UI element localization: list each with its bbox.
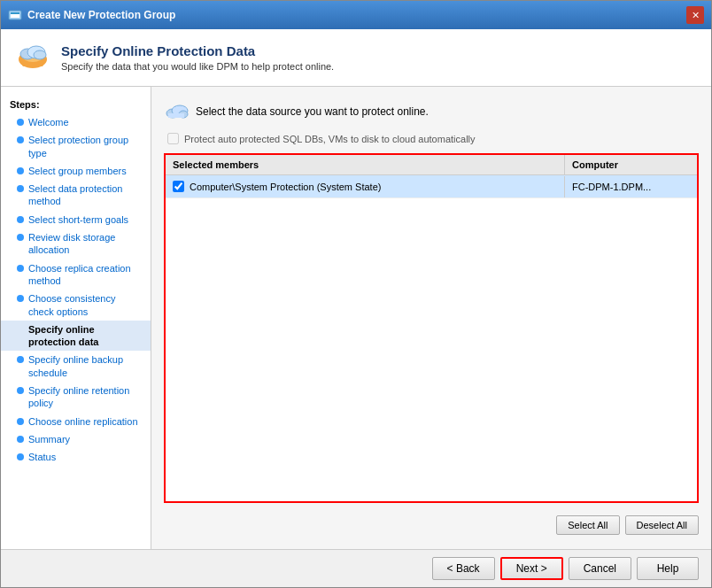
sidebar-item-select-short-term-goals[interactable]: Select short-term goals — [1, 211, 151, 228]
sidebar-dot-6 — [17, 265, 24, 272]
header-area: Specify Online Protection Data Specify t… — [1, 29, 711, 87]
footer: < Back Next > Cancel Help — [1, 549, 711, 587]
table-cell-members[interactable]: Computer\System Protection (System State… — [166, 175, 564, 197]
checkbox-label: Protect auto protected SQL DBs, VMs to d… — [184, 134, 476, 144]
sidebar-label-6: Choose replica creation method — [28, 262, 142, 288]
sidebar-label-9: Specify online backup schedule — [28, 353, 142, 379]
sidebar-item-choose-replica-creation[interactable]: Choose replica creation method — [1, 259, 151, 290]
sidebar: Steps: Welcome Select protection group t… — [1, 87, 151, 549]
content-area: Steps: Welcome Select protection group t… — [1, 87, 711, 549]
svg-point-8 — [34, 50, 46, 59]
table-cell-computer: FC-DPM-1.DPM... — [564, 176, 697, 197]
help-button[interactable]: Help — [637, 557, 699, 580]
header-text: Specify Online Protection Data Specify t… — [61, 43, 334, 72]
sidebar-dot-11 — [17, 418, 24, 425]
sidebar-item-specify-online-retention-policy[interactable]: Specify online retention policy — [1, 382, 151, 413]
cloud-icon — [164, 99, 189, 124]
sidebar-label-11: Choose online replication — [28, 415, 138, 428]
sidebar-label-5: Review disk storage allocation — [28, 231, 142, 257]
sidebar-label-3: Select data protection method — [28, 182, 142, 208]
sidebar-item-choose-online-replication[interactable]: Choose online replication — [1, 413, 151, 430]
sidebar-item-summary[interactable]: Summary — [1, 430, 151, 448]
sidebar-label-4: Select short-term goals — [28, 213, 128, 226]
header-icon — [15, 40, 50, 75]
back-button[interactable]: < Back — [432, 557, 495, 580]
table-row[interactable]: Computer\System Protection (System State… — [166, 175, 697, 198]
window-title: Create New Protection Group — [27, 9, 175, 21]
title-bar: Create New Protection Group ✕ — [1, 1, 711, 29]
sidebar-dot-13 — [17, 453, 24, 460]
sidebar-item-select-data-protection[interactable]: Select data protection method — [1, 180, 151, 211]
sidebar-label-2: Select group members — [28, 165, 127, 177]
data-table: Selected members Computer Computer\Syste… — [164, 153, 699, 503]
row-member-label: Computer\System Protection (System State… — [190, 182, 381, 192]
cancel-button[interactable]: Cancel — [569, 557, 631, 580]
sidebar-item-specify-online-backup-schedule[interactable]: Specify online backup schedule — [1, 351, 151, 382]
svg-rect-2 — [11, 12, 19, 14]
row-checkbox[interactable] — [173, 181, 184, 192]
header-title: Specify Online Protection Data — [61, 43, 334, 58]
sidebar-dot-8 — [17, 326, 24, 333]
sidebar-dot-3 — [17, 185, 24, 192]
sidebar-item-select-group-members[interactable]: Select group members — [1, 162, 151, 180]
main-window: Create New Protection Group ✕ Specify On… — [0, 0, 712, 588]
sidebar-label-1: Select protection group type — [28, 134, 142, 159]
sidebar-dot-welcome — [17, 119, 24, 126]
checkbox-row[interactable]: Protect auto protected SQL DBs, VMs to d… — [164, 133, 699, 144]
header-subtitle: Specify the data that you would like DPM… — [61, 61, 334, 72]
next-button[interactable]: Next > — [500, 557, 563, 580]
select-all-button[interactable]: Select All — [556, 515, 619, 535]
sidebar-item-review-disk-storage[interactable]: Review disk storage allocation — [1, 228, 151, 259]
sidebar-dot-10 — [17, 387, 24, 394]
deselect-all-button[interactable]: Deselect All — [625, 515, 699, 535]
sidebar-item-welcome[interactable]: Welcome — [1, 113, 151, 131]
sidebar-dot-12 — [17, 436, 24, 443]
sidebar-dot-4 — [17, 216, 24, 223]
sidebar-item-choose-consistency-check[interactable]: Choose consistency check options — [1, 290, 151, 321]
instruction-row: Select the data source you want to prote… — [164, 99, 699, 124]
main-panel: Select the data source you want to prote… — [151, 87, 711, 549]
sidebar-label-7: Choose consistency check options — [28, 292, 142, 318]
sidebar-label-8: Specify online protection data — [28, 323, 142, 349]
bottom-buttons-row: Select All Deselect All — [164, 512, 699, 537]
sidebar-dot-5 — [17, 234, 24, 241]
close-button[interactable]: ✕ — [686, 6, 704, 24]
window-icon — [8, 8, 22, 22]
sidebar-dot-1 — [17, 136, 24, 143]
sidebar-item-status[interactable]: Status — [1, 448, 151, 466]
title-bar-left: Create New Protection Group — [8, 8, 175, 22]
sidebar-item-select-protection-group-type[interactable]: Select protection group type — [1, 131, 151, 162]
sidebar-item-specify-online-protection-data: Specify online protection data — [1, 321, 151, 352]
column-header-members: Selected members — [166, 155, 564, 174]
sidebar-label-welcome: Welcome — [28, 116, 69, 128]
table-header: Selected members Computer — [166, 155, 697, 175]
column-header-computer: Computer — [564, 155, 697, 174]
auto-protect-checkbox[interactable] — [167, 133, 179, 144]
instruction-text: Select the data source you want to prote… — [196, 105, 429, 118]
sidebar-dot-9 — [17, 356, 24, 363]
sidebar-label-13: Status — [28, 451, 56, 463]
sidebar-dot-7 — [17, 295, 24, 302]
sidebar-label-12: Summary — [28, 433, 70, 445]
sidebar-label-10: Specify online retention policy — [28, 384, 142, 410]
sidebar-dot-2 — [17, 167, 24, 174]
svg-rect-12 — [168, 113, 184, 118]
sidebar-steps-label: Steps: — [1, 96, 151, 113]
